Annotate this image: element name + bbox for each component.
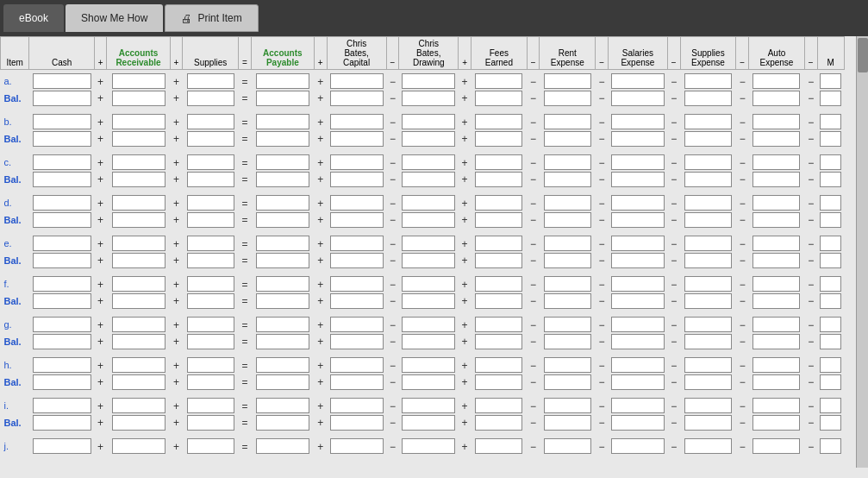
input-capital[interactable] bbox=[330, 154, 384, 170]
input-supplies-expense[interactable] bbox=[684, 236, 732, 251]
input-m[interactable] bbox=[820, 374, 841, 390]
input-supplies[interactable] bbox=[187, 334, 234, 349]
input-auto[interactable] bbox=[752, 334, 800, 349]
input-capital[interactable] bbox=[330, 131, 384, 147]
scrollbar-thumb[interactable] bbox=[858, 38, 868, 72]
input-salaries[interactable] bbox=[611, 415, 665, 431]
input-fees[interactable] bbox=[475, 438, 522, 454]
input-fees[interactable] bbox=[475, 91, 522, 106]
input-ar[interactable] bbox=[112, 276, 165, 292]
input-ar[interactable] bbox=[112, 438, 165, 454]
input-drawing[interactable] bbox=[402, 438, 455, 454]
input-supplies[interactable] bbox=[187, 438, 234, 454]
input-drawing[interactable] bbox=[402, 154, 455, 170]
input-cash[interactable] bbox=[33, 317, 91, 332]
input-rent[interactable] bbox=[544, 334, 591, 349]
input-cash[interactable] bbox=[33, 293, 91, 309]
input-fees[interactable] bbox=[475, 357, 522, 373]
input-fees[interactable] bbox=[475, 73, 522, 89]
input-ar[interactable] bbox=[112, 415, 165, 431]
input-drawing[interactable] bbox=[402, 276, 455, 292]
input-cash[interactable] bbox=[33, 73, 91, 89]
tab-ebook[interactable]: eBook bbox=[3, 4, 64, 32]
input-fees[interactable] bbox=[475, 293, 522, 309]
input-rent[interactable] bbox=[544, 357, 591, 373]
input-m[interactable] bbox=[820, 334, 841, 349]
input-supplies[interactable] bbox=[187, 398, 234, 413]
input-m[interactable] bbox=[820, 236, 841, 251]
input-ap[interactable] bbox=[256, 195, 309, 211]
input-fees[interactable] bbox=[475, 172, 522, 187]
input-supplies[interactable] bbox=[187, 131, 234, 147]
input-salaries[interactable] bbox=[611, 154, 665, 170]
input-auto[interactable] bbox=[752, 438, 800, 454]
input-supplies[interactable] bbox=[187, 195, 234, 211]
input-fees[interactable] bbox=[475, 195, 522, 211]
input-auto[interactable] bbox=[752, 236, 800, 251]
input-salaries[interactable] bbox=[611, 293, 665, 309]
input-drawing[interactable] bbox=[402, 195, 455, 211]
input-supplies[interactable] bbox=[187, 212, 234, 228]
input-salaries[interactable] bbox=[611, 253, 665, 268]
input-drawing[interactable] bbox=[402, 212, 455, 228]
input-ap[interactable] bbox=[256, 236, 309, 251]
input-rent[interactable] bbox=[544, 374, 591, 390]
input-cash[interactable] bbox=[33, 91, 91, 106]
input-cash[interactable] bbox=[33, 172, 91, 187]
input-fees[interactable] bbox=[475, 131, 522, 147]
input-capital[interactable] bbox=[330, 212, 384, 228]
input-supplies[interactable] bbox=[187, 114, 234, 129]
input-auto[interactable] bbox=[752, 195, 800, 211]
input-m[interactable] bbox=[820, 253, 841, 268]
input-salaries[interactable] bbox=[611, 276, 665, 292]
input-cash[interactable] bbox=[33, 114, 91, 129]
input-auto[interactable] bbox=[752, 73, 800, 89]
input-salaries[interactable] bbox=[611, 357, 665, 373]
input-salaries[interactable] bbox=[611, 195, 665, 211]
input-cash[interactable] bbox=[33, 374, 91, 390]
input-m[interactable] bbox=[820, 131, 841, 147]
input-capital[interactable] bbox=[330, 374, 384, 390]
input-salaries[interactable] bbox=[611, 317, 665, 332]
input-supplies-expense[interactable] bbox=[684, 212, 732, 228]
input-ar[interactable] bbox=[112, 91, 165, 106]
input-capital[interactable] bbox=[330, 276, 384, 292]
input-cash[interactable] bbox=[33, 398, 91, 413]
input-fees[interactable] bbox=[475, 415, 522, 431]
input-salaries[interactable] bbox=[611, 374, 665, 390]
input-ar[interactable] bbox=[112, 253, 165, 268]
input-ap[interactable] bbox=[256, 293, 309, 309]
input-salaries[interactable] bbox=[611, 438, 665, 454]
input-rent[interactable] bbox=[544, 253, 591, 268]
input-supplies[interactable] bbox=[187, 415, 234, 431]
input-capital[interactable] bbox=[330, 236, 384, 251]
input-auto[interactable] bbox=[752, 374, 800, 390]
input-rent[interactable] bbox=[544, 73, 591, 89]
input-ap[interactable] bbox=[256, 91, 309, 106]
input-supplies[interactable] bbox=[187, 276, 234, 292]
input-fees[interactable] bbox=[475, 114, 522, 129]
input-m[interactable] bbox=[820, 212, 841, 228]
input-auto[interactable] bbox=[752, 398, 800, 413]
input-ap[interactable] bbox=[256, 131, 309, 147]
input-supplies-expense[interactable] bbox=[684, 374, 732, 390]
input-supplies-expense[interactable] bbox=[684, 398, 732, 413]
input-ap[interactable] bbox=[256, 73, 309, 89]
input-drawing[interactable] bbox=[402, 253, 455, 268]
input-salaries[interactable] bbox=[611, 236, 665, 251]
input-auto[interactable] bbox=[752, 415, 800, 431]
input-ap[interactable] bbox=[256, 276, 309, 292]
input-auto[interactable] bbox=[752, 293, 800, 309]
input-supplies[interactable] bbox=[187, 374, 234, 390]
input-capital[interactable] bbox=[330, 293, 384, 309]
input-cash[interactable] bbox=[33, 357, 91, 373]
input-drawing[interactable] bbox=[402, 91, 455, 106]
input-fees[interactable] bbox=[475, 154, 522, 170]
input-rent[interactable] bbox=[544, 398, 591, 413]
input-cash[interactable] bbox=[33, 212, 91, 228]
input-capital[interactable] bbox=[330, 357, 384, 373]
input-auto[interactable] bbox=[752, 276, 800, 292]
input-cash[interactable] bbox=[33, 415, 91, 431]
input-ar[interactable] bbox=[112, 236, 165, 251]
input-supplies[interactable] bbox=[187, 357, 234, 373]
